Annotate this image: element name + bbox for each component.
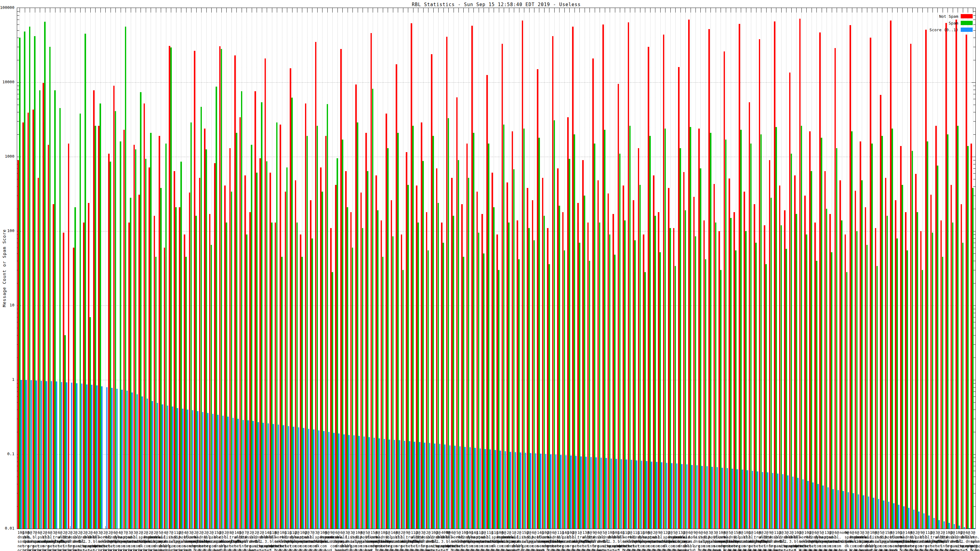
x-top-tick [196,8,197,13]
bar-not-spam [612,214,614,529]
bar-score [323,431,325,529]
bar-spam [942,257,943,529]
x-bottom-tick [70,526,70,529]
bar-spam [180,162,182,529]
bar-not-spam [759,39,760,529]
bar-not-spam [582,160,584,529]
bar-spam [453,216,454,529]
bar-spam [816,261,818,529]
bar-spam [554,120,555,529]
x-tick-label: 7@ spam. spamrats. com origin [123,530,128,551]
y-tick-label: 1000 [0,154,14,159]
x-tick-label: 4@ psbl. surriel. com 4 hops [739,530,743,551]
x-top-tick [569,8,570,13]
bar-score [434,443,436,529]
bar-not-spam [542,178,544,529]
bar-score [747,470,748,529]
bar-score [616,459,617,529]
bar-spam [200,107,202,529]
bar-not-spam [648,47,649,529]
bar-not-spam [159,136,160,529]
y-minor-tick [973,383,975,384]
x-tick-label: 10@ list. dnswl. org 4 hops [870,530,874,551]
x-tick-label: 3@ bl. score. senderscore. com 3 hops [714,530,718,551]
bar-spam [150,133,151,529]
bar-spam [629,126,631,529]
bar-not-spam [219,46,221,529]
bar-not-spam [416,186,417,529]
x-tick-label: 5@ dnsbl. sorbs. net 4 hops [729,530,733,551]
x-tick-label: 15@ zen. spamhaus. org 2 hops [371,530,375,551]
bar-score [439,444,441,529]
x-tick-label: 6@ sip. invaluement. com 3 hops [703,530,708,551]
bar-spam [362,228,364,529]
bar-spam [75,207,76,529]
x-tick-label: 4@ bl. spamcop. net 4 hops [724,530,728,551]
bar-spam [473,133,474,529]
rbl-statistics-page: { "title": "RBL Statistics - Sun Sep 15 … [0,0,980,551]
x-tick-label: 4@ bl. spamcop. net 2 hops [375,530,380,551]
bar-score [611,459,612,529]
x-tick-label: 10@ dnsbl-2. uceprotect. net 3 hops [608,530,612,551]
bar-not-spam [567,117,569,529]
bar-spam [649,136,651,529]
bar-score [318,430,320,529]
x-top-tick [30,8,30,13]
bar-not-spam [527,188,528,529]
bar-score [686,464,688,529]
x-tick-label: 10@ cbl. abuseat. org 3 hops [567,530,571,551]
x-tick-label: 2@ dnsbl-2. uceprotect. net origin [83,530,87,551]
bar-not-spam [724,51,725,529]
bar-not-spam [592,59,594,529]
x-tick-label: 3@ korea. services. net 4 hops [799,530,803,551]
x-tick-label: 12@ spamsources. fabel. dk 3 hops [663,530,667,551]
bar-spam [740,130,742,529]
bar-score [207,413,208,529]
bar-not-spam [486,75,488,529]
legend-label-not-spam: Not Spam [939,14,958,19]
x-tick-label: 10@ dnsbl. spfbl. net 2 hops [461,530,466,551]
x-tick-label: 9@ cbl. abuseat. org 5 hops [920,530,924,551]
x-tick-label: 6@ all. s5h. net origin [58,530,62,551]
x-top-tick [45,8,45,13]
x-top-tick [50,8,50,13]
y-minor-tick [973,410,975,410]
x-tick-label: 14@ psbl. surriel. com 2 hops [391,530,395,551]
y-minor-tick [973,317,975,318]
x-tick-label: 5@ dnsbl-1. uceprotect. net 3 hops [603,530,607,551]
y-minor-tick [973,432,975,432]
y-minor-tick [973,195,975,196]
legend-item-spam: Spam [929,21,973,25]
bar-not-spam [688,20,690,529]
bar-score [515,452,516,529]
x-tick-label: 4@ hostkarma. junkemailfilter. com 1 hop [360,530,365,551]
y-minor-tick [973,270,975,270]
bar-spam [679,148,681,529]
bar-score [590,457,592,529]
x-tick-label: 2@ ubl. unsubscore. com 1 hop [305,530,309,551]
bar-spam [468,178,469,529]
bar-not-spam [123,130,125,529]
x-top-tick [928,8,928,13]
bar-score [585,457,587,529]
x-tick-label: 4@ db. wpbl. info 3 hops [587,530,592,551]
bar-not-spam [426,212,428,529]
bar-spam [957,126,959,529]
bar-not-spam [694,197,695,529]
bar-not-spam [83,222,84,529]
bar-not-spam [663,35,665,529]
x-tick-label: 10@ 0spam. fusionzero. com 2 hops [497,530,501,551]
x-top-tick [499,8,499,13]
bar-score [182,409,183,529]
x-tick-label: 14@ psbl. surriel. com 3 hops [562,530,566,551]
x-top-tick [559,8,560,13]
x-tick-label: 5@ dnsbl. cobion. com 3 hops [673,530,678,551]
bar-spam [589,261,590,529]
x-tick-label: 2@ cbl. abuseat. org origin [43,530,47,551]
bar-not-spam [764,225,765,529]
bar-score [419,442,420,529]
x-tick-label: 11@ dyna. spamrats. com 1 hop [290,530,294,551]
x-top-tick [786,8,786,13]
bar-score [379,438,380,529]
x-tick-label: 6@ dnsbl. cobion. com 2 hops [502,530,506,551]
